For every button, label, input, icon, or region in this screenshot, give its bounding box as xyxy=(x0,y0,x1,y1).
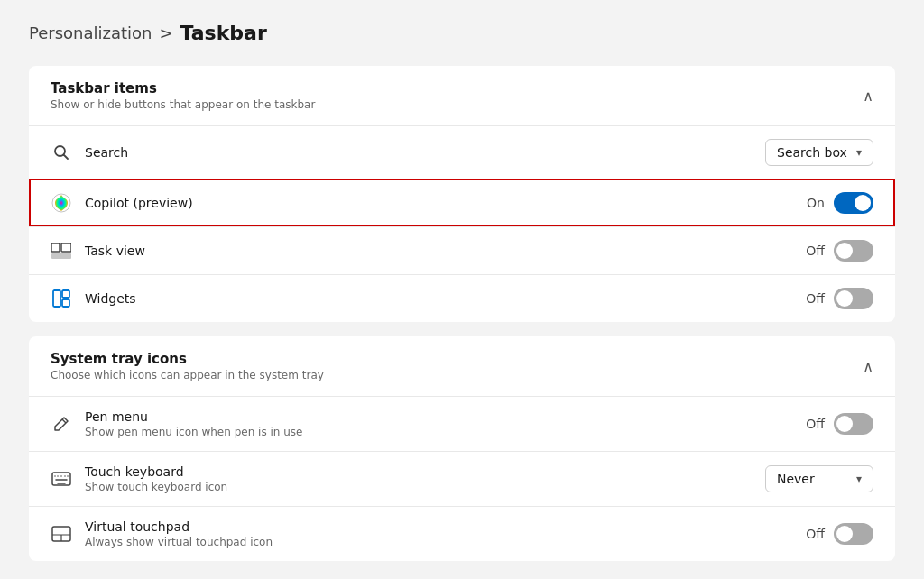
touch-keyboard-label: Touch keyboard xyxy=(85,464,227,479)
copilot-toggle-thumb xyxy=(855,195,871,211)
widgets-toggle-label: Off xyxy=(806,291,825,306)
search-dropdown-value: Search box xyxy=(777,145,847,160)
touch-keyboard-dropdown-arrow: ▾ xyxy=(856,473,862,485)
taskview-toggle-thumb xyxy=(836,243,853,259)
breadcrumb-current: Taskbar xyxy=(180,22,267,44)
copilot-item-row: Copilot (preview) On xyxy=(29,179,895,226)
svg-rect-6 xyxy=(53,290,60,307)
svg-line-9 xyxy=(62,419,66,423)
search-item-row: Search Search box ▾ xyxy=(29,125,895,179)
pen-menu-toggle-thumb xyxy=(836,416,853,432)
taskbar-items-subtitle: Show or hide buttons that appear on the … xyxy=(51,98,315,111)
pen-menu-toggle[interactable] xyxy=(834,413,873,435)
virtual-touchpad-toggle-thumb xyxy=(836,526,853,542)
svg-rect-7 xyxy=(62,290,69,298)
touch-keyboard-dropdown[interactable]: Never ▾ xyxy=(765,465,873,492)
pen-menu-sublabel: Show pen menu icon when pen is in use xyxy=(85,426,302,438)
search-icon xyxy=(51,142,72,163)
touchpad-icon xyxy=(51,523,72,545)
svg-rect-5 xyxy=(51,253,71,259)
widgets-toggle-thumb xyxy=(836,290,853,307)
touch-keyboard-item-row: Touch keyboard Show touch keyboard icon … xyxy=(29,451,895,506)
touch-keyboard-dropdown-value: Never xyxy=(777,472,815,486)
virtual-touchpad-sublabel: Always show virtual touchpad icon xyxy=(85,536,273,548)
taskbar-items-section: Taskbar items Show or hide buttons that … xyxy=(29,66,895,322)
breadcrumb: Personalization > Taskbar xyxy=(29,22,895,44)
pen-menu-item-row: Pen menu Show pen menu icon when pen is … xyxy=(29,396,895,451)
pen-icon xyxy=(51,413,72,435)
widgets-icon xyxy=(51,288,72,309)
taskview-icon xyxy=(51,240,72,262)
system-tray-section: System tray icons Choose which icons can… xyxy=(29,336,895,561)
system-tray-title: System tray icons xyxy=(51,351,324,367)
virtual-touchpad-item-row: Virtual touchpad Always show virtual tou… xyxy=(29,506,895,561)
breadcrumb-separator: > xyxy=(159,23,172,42)
copilot-toggle[interactable] xyxy=(834,192,873,214)
svg-rect-8 xyxy=(62,299,69,307)
virtual-touchpad-label: Virtual touchpad xyxy=(85,519,273,534)
search-dropdown-arrow: ▾ xyxy=(856,146,862,159)
breadcrumb-parent[interactable]: Personalization xyxy=(29,23,152,42)
taskview-item-row: Task view Off xyxy=(29,226,895,274)
taskbar-items-header[interactable]: Taskbar items Show or hide buttons that … xyxy=(29,66,895,125)
system-tray-chevron[interactable]: ∧ xyxy=(863,358,873,375)
widgets-label: Widgets xyxy=(85,291,136,306)
pen-menu-toggle-label: Off xyxy=(806,417,825,431)
copilot-label: Copilot (preview) xyxy=(85,196,193,210)
copilot-toggle-label: On xyxy=(807,196,825,210)
taskview-label: Task view xyxy=(85,244,145,258)
settings-page: Personalization > Taskbar Taskbar items … xyxy=(0,0,924,579)
system-tray-subtitle: Choose which icons can appear in the sys… xyxy=(51,369,324,381)
widgets-toggle[interactable] xyxy=(834,288,873,309)
virtual-touchpad-toggle-label: Off xyxy=(806,527,825,541)
taskbar-items-title: Taskbar items xyxy=(51,80,315,96)
pen-menu-label: Pen menu xyxy=(85,409,302,424)
taskview-toggle-label: Off xyxy=(806,244,825,258)
taskbar-items-chevron[interactable]: ∧ xyxy=(863,87,873,105)
taskview-toggle[interactable] xyxy=(834,240,873,262)
svg-line-1 xyxy=(64,155,69,160)
keyboard-icon xyxy=(51,468,72,490)
touch-keyboard-sublabel: Show touch keyboard icon xyxy=(85,481,227,493)
copilot-icon xyxy=(51,192,72,214)
search-label: Search xyxy=(85,145,128,160)
svg-rect-4 xyxy=(61,243,71,252)
svg-rect-3 xyxy=(51,243,60,252)
virtual-touchpad-toggle[interactable] xyxy=(834,523,873,545)
widgets-item-row: Widgets Off xyxy=(29,274,895,322)
search-dropdown[interactable]: Search box ▾ xyxy=(765,139,873,166)
system-tray-header[interactable]: System tray icons Choose which icons can… xyxy=(29,336,895,396)
